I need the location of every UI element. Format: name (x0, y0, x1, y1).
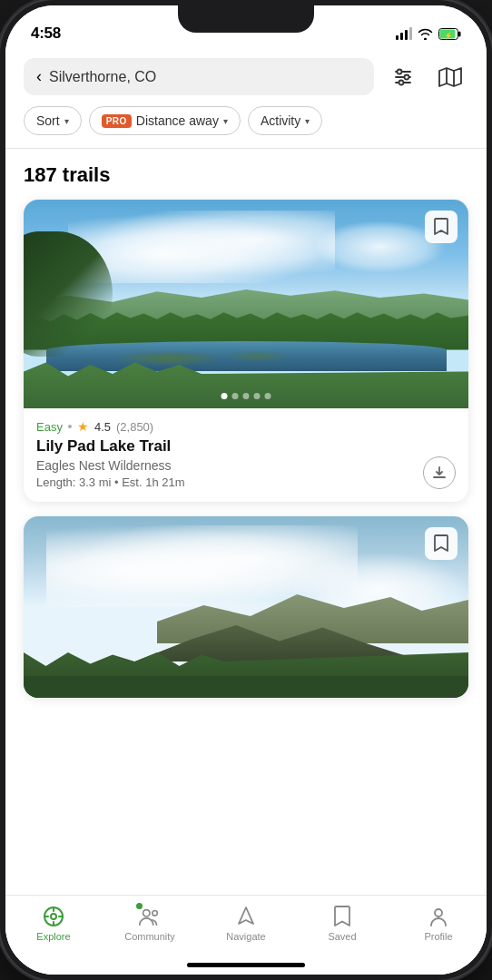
bookmark-icon-2 (433, 534, 449, 553)
community-nav-label: Community (124, 931, 175, 942)
nav-community[interactable]: Community (102, 905, 198, 942)
nav-navigate[interactable]: Navigate (198, 905, 294, 942)
saved-icon-wrap (330, 905, 354, 928)
trail-location-1: Eagles Nest Wilderness (36, 458, 456, 473)
bookmark-button-1[interactable] (425, 211, 458, 243)
navigate-nav-label: Navigate (226, 931, 265, 942)
home-indicator (187, 963, 305, 967)
nav-profile[interactable]: Profile (390, 905, 487, 942)
trail-image-wrap (24, 200, 468, 408)
screen-content: ‹ Silverthorne, CO (5, 51, 487, 975)
sort-filter-pill[interactable]: Sort ▾ (24, 106, 82, 135)
sliders-icon (392, 67, 414, 87)
trail-details-1: Length: 3.3 mi • Est. 1h 21m (36, 475, 456, 489)
status-icons: ⚡ (396, 27, 461, 40)
community-icon (138, 906, 162, 927)
svg-point-8 (405, 74, 409, 79)
explore-icon (42, 905, 65, 928)
wifi-icon (418, 28, 433, 40)
navigate-icon (235, 906, 257, 927)
difficulty-label: Easy (36, 420, 63, 434)
trail-est-time: Est. 1h 21m (122, 475, 184, 489)
nav-saved[interactable]: Saved (294, 905, 390, 942)
svg-point-20 (435, 909, 442, 916)
filter-row: Sort ▾ PRO Distance away ▾ Activity ▾ (24, 106, 468, 139)
bookmark-icon (433, 218, 449, 236)
profile-icon (428, 906, 449, 927)
location-search-bar[interactable]: ‹ Silverthorne, CO (24, 58, 374, 95)
trail-card-lily-pad[interactable]: Easy ★ 4.5 (2,850) Lily Pad Lake Trail E… (24, 200, 468, 502)
distance-chevron-icon: ▾ (223, 116, 228, 126)
header: ‹ Silverthorne, CO (5, 51, 487, 148)
svg-point-13 (51, 914, 56, 919)
trail-image-wrap-2 (24, 516, 468, 698)
explore-icon-wrap (42, 905, 65, 928)
status-time: 4:58 (31, 24, 61, 43)
star-icon: ★ (77, 419, 89, 434)
search-row: ‹ Silverthorne, CO (24, 58, 468, 95)
svg-rect-1 (458, 31, 461, 36)
back-arrow-icon[interactable]: ‹ (36, 67, 42, 86)
profile-nav-label: Profile (424, 931, 452, 942)
community-icon-wrap (138, 905, 162, 928)
dot-5 (265, 393, 271, 399)
profile-icon-wrap (427, 905, 450, 928)
explore-nav-label: Explore (36, 931, 70, 942)
activity-label: Activity (261, 113, 300, 128)
dot-4 (254, 393, 261, 399)
sort-chevron-icon: ▾ (64, 116, 69, 126)
svg-point-19 (153, 911, 158, 916)
navigate-icon-wrap (234, 905, 258, 928)
phone-inner: 4:58 (5, 5, 487, 975)
bookmark-button-2[interactable] (425, 527, 458, 560)
dot-1 (221, 393, 228, 399)
trail-name-1: Lily Pad Lake Trail (36, 437, 456, 456)
map-view-button[interactable] (432, 59, 468, 95)
meta-dot (68, 425, 72, 428)
rating-value: 4.5 (94, 420, 111, 434)
phone-frame: 4:58 (0, 0, 492, 980)
saved-nav-label: Saved (328, 931, 356, 942)
filter-settings-button[interactable] (385, 59, 421, 95)
download-icon (432, 466, 447, 480)
main-scroll-area: 187 trails (5, 149, 487, 895)
dot-3 (243, 393, 250, 399)
trails-count: 187 trails (24, 163, 468, 187)
notch (178, 5, 314, 33)
activity-chevron-icon: ▾ (305, 116, 310, 126)
distance-filter-pill[interactable]: PRO Distance away ▾ (89, 106, 241, 135)
trail-length: Length: 3.3 mi (36, 475, 111, 489)
dot-2 (232, 393, 239, 399)
map-icon (438, 67, 462, 87)
svg-point-7 (398, 69, 402, 74)
saved-icon (333, 906, 351, 927)
sort-label: Sort (36, 113, 60, 128)
rating-count: (2,850) (116, 420, 153, 434)
battery-icon: ⚡ (438, 28, 461, 40)
image-dots (221, 393, 271, 399)
trail-card-2[interactable] (24, 516, 468, 698)
svg-point-9 (399, 80, 404, 84)
svg-point-18 (143, 910, 150, 916)
community-notification-dot (136, 903, 143, 909)
activity-filter-pill[interactable]: Activity ▾ (248, 106, 322, 135)
nav-explore[interactable]: Explore (5, 905, 102, 942)
trail-meta-1: Easy ★ 4.5 (2,850) (36, 419, 456, 434)
download-button-1[interactable] (423, 456, 456, 489)
trail-info-1: Easy ★ 4.5 (2,850) Lily Pad Lake Trail E… (24, 408, 468, 502)
location-label: Silverthorne, CO (49, 69, 156, 85)
status-bar: 4:58 (5, 5, 487, 51)
svg-text:⚡: ⚡ (444, 31, 453, 40)
distance-label: Distance away (136, 113, 219, 128)
pro-badge: PRO (102, 114, 132, 128)
signal-bars-icon (396, 27, 412, 40)
